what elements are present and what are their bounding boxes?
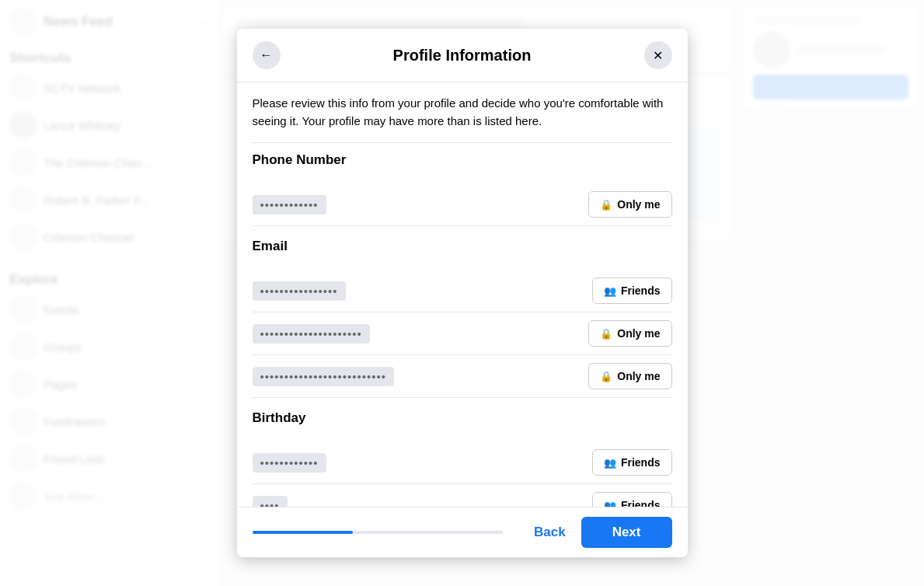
phone-row-1: •••••••••••• 🔒 Only me [253, 183, 672, 226]
back-button[interactable]: Back [518, 517, 581, 548]
lock-icon-1: 🔒 [600, 199, 612, 211]
birthday-privacy-btn-2[interactable]: 👥 Friends [592, 492, 672, 507]
phone-privacy-label-1: Only me [617, 198, 660, 211]
back-arrow-icon: ← [260, 48, 273, 62]
friends-icon-3: 👥 [604, 500, 616, 508]
back-arrow-button[interactable]: ← [253, 41, 281, 69]
email-privacy-btn-3[interactable]: 🔒 Only me [588, 363, 671, 389]
close-icon: ✕ [653, 48, 663, 63]
phone-privacy-btn-1[interactable]: 🔒 Only me [588, 191, 671, 218]
email-privacy-btn-2[interactable]: 🔒 Only me [588, 320, 671, 347]
lock-icon-2: 🔒 [600, 328, 612, 340]
birthday-privacy-btn-1[interactable]: 👥 Friends [592, 449, 672, 476]
progress-bar-container [253, 531, 504, 534]
modal-description: Please review this info from your profil… [253, 95, 672, 130]
email-value-3: •••••••••••••••••••••••••• [253, 367, 395, 386]
email-section-title: Email [253, 239, 672, 260]
modal-title: Profile Information [281, 47, 644, 65]
profile-info-modal: ← Profile Information ✕ Please review th… [237, 29, 688, 557]
modal-overlay: ← Profile Information ✕ Please review th… [0, 0, 924, 586]
birthday-value-2: •••• [253, 496, 288, 508]
email-value-2: ••••••••••••••••••••• [253, 324, 370, 344]
email-value-1: •••••••••••••••• [253, 281, 346, 301]
email-privacy-label-2: Only me [617, 327, 660, 340]
email-privacy-btn-1[interactable]: 👥 Friends [592, 277, 672, 304]
birthday-row-2: •••• 👥 Friends [253, 484, 672, 507]
modal-body: Please review this info from your profil… [237, 82, 688, 507]
progress-bar [253, 531, 353, 534]
birthday-privacy-label-1: Friends [621, 456, 661, 469]
phone-section-title: Phone Number [253, 152, 672, 174]
modal-header: ← Profile Information ✕ [237, 29, 688, 82]
section-divider-top [253, 142, 672, 143]
friends-icon-2: 👥 [604, 457, 616, 469]
spacer-2 [253, 398, 672, 410]
spacer-1 [253, 226, 672, 239]
email-privacy-label-3: Only me [617, 370, 660, 382]
close-button[interactable]: ✕ [644, 41, 672, 69]
email-row-3: •••••••••••••••••••••••••• 🔒 Only me [253, 355, 672, 398]
birthday-row-1: •••••••••••• 👥 Friends [253, 441, 672, 484]
next-button[interactable]: Next [581, 517, 672, 548]
birthday-section-title: Birthday [253, 410, 672, 432]
email-privacy-label-1: Friends [621, 284, 661, 297]
lock-icon-3: 🔒 [600, 371, 612, 382]
email-row-1: •••••••••••••••• 👥 Friends [253, 270, 672, 312]
friends-icon-1: 👥 [604, 285, 616, 297]
phone-value-1: •••••••••••• [253, 195, 326, 215]
birthday-privacy-label-2: Friends [621, 499, 661, 507]
modal-footer: Back Next [237, 507, 688, 557]
email-row-2: ••••••••••••••••••••• 🔒 Only me [253, 312, 672, 355]
birthday-value-1: •••••••••••• [253, 453, 326, 473]
